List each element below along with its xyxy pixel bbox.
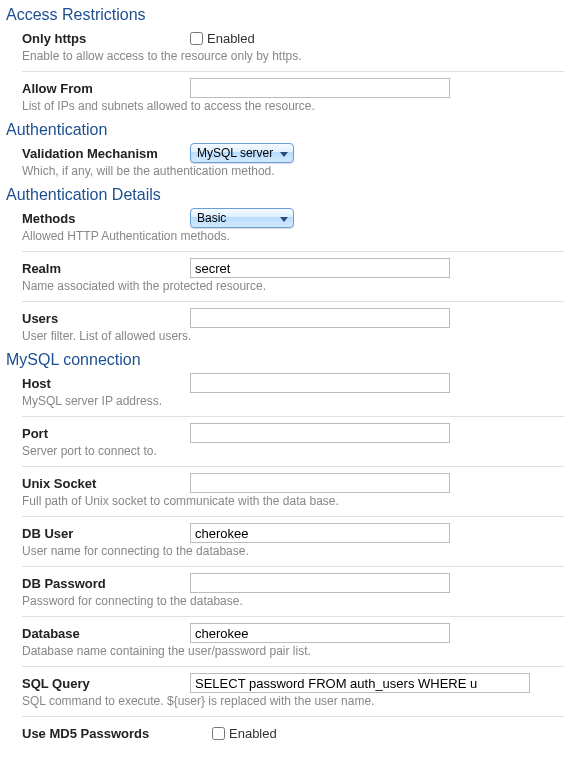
realm-desc: Name associated with the protected resou… (22, 279, 564, 293)
users-desc: User filter. List of allowed users. (22, 329, 564, 343)
database-desc: Database name containing the user/passwo… (22, 644, 564, 658)
section-auth-details-title: Authentication Details (4, 186, 564, 204)
only-https-label: Only https (22, 31, 190, 46)
db-password-input[interactable] (190, 573, 450, 593)
unix-socket-label: Unix Socket (22, 476, 190, 491)
port-input[interactable] (190, 423, 450, 443)
realm-label: Realm (22, 261, 190, 276)
unix-socket-desc: Full path of Unix socket to communicate … (22, 494, 564, 508)
host-input[interactable] (190, 373, 450, 393)
methods-select[interactable]: Basic (190, 208, 294, 228)
unix-socket-input[interactable] (190, 473, 450, 493)
sql-query-input[interactable] (190, 673, 530, 693)
db-password-desc: Password for connecting to the database. (22, 594, 564, 608)
use-md5-label: Use MD5 Passwords (22, 726, 212, 741)
section-auth-title: Authentication (4, 121, 564, 139)
use-md5-checkbox[interactable] (212, 727, 225, 740)
realm-input[interactable] (190, 258, 450, 278)
methods-label: Methods (22, 211, 190, 226)
db-password-label: DB Password (22, 576, 190, 591)
methods-desc: Allowed HTTP Authentication methods. (22, 229, 564, 243)
allow-from-desc: List of IPs and subnets allowed to acces… (22, 99, 564, 113)
db-user-label: DB User (22, 526, 190, 541)
database-label: Database (22, 626, 190, 641)
only-https-checkbox[interactable] (190, 32, 203, 45)
validation-label: Validation Mechanism (22, 146, 190, 161)
section-mysql-title: MySQL connection (4, 351, 564, 369)
users-label: Users (22, 311, 190, 326)
only-https-desc: Enable to allow access to the resource o… (22, 49, 564, 63)
only-https-checkbox-label: Enabled (207, 31, 255, 46)
port-label: Port (22, 426, 190, 441)
db-user-desc: User name for connecting to the database… (22, 544, 564, 558)
validation-desc: Which, if any, will be the authenticatio… (22, 164, 564, 178)
host-label: Host (22, 376, 190, 391)
validation-select[interactable]: MySQL server (190, 143, 294, 163)
section-access-title: Access Restrictions (4, 6, 564, 24)
allow-from-label: Allow From (22, 81, 190, 96)
use-md5-checkbox-label: Enabled (229, 726, 277, 741)
host-desc: MySQL server IP address. (22, 394, 564, 408)
port-desc: Server port to connect to. (22, 444, 564, 458)
db-user-input[interactable] (190, 523, 450, 543)
allow-from-input[interactable] (190, 78, 450, 98)
users-input[interactable] (190, 308, 450, 328)
sql-query-label: SQL Query (22, 676, 190, 691)
database-input[interactable] (190, 623, 450, 643)
sql-query-desc: SQL command to execute. ${user} is repla… (22, 694, 564, 708)
